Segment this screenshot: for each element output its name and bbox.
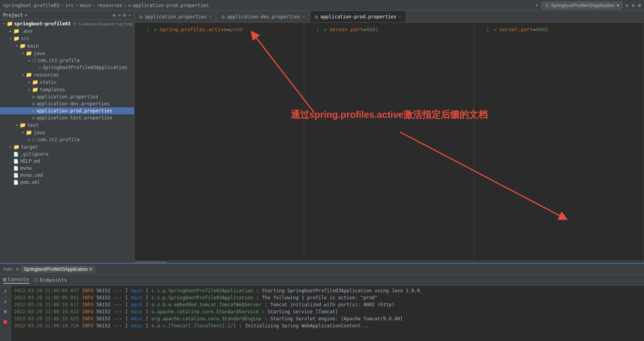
endpoints-tab[interactable]: ⬡ Endpoints	[34, 277, 67, 283]
log-colon: :	[239, 322, 242, 329]
minus-icon[interactable]: −	[128, 12, 131, 18]
run-app-tab[interactable]: SpringbootProfile03Application ×	[21, 266, 95, 273]
expand-arrow-icon[interactable]: ▸	[27, 87, 32, 92]
spring-class-icon: ☕	[38, 65, 41, 70]
tab-label: application-prod.properties	[320, 14, 396, 20]
expand-arrow-icon[interactable]: ▸	[8, 29, 13, 33]
sidebar-item-application-test.properties[interactable]: ⚙ application-test.properties	[0, 114, 134, 121]
sidebar-item-com.it2.profile-test[interactable]: ▸⬡com.it2.profile	[0, 136, 134, 143]
folder-icon: 📁	[26, 50, 32, 56]
close-run-icon[interactable]: ×	[89, 266, 92, 272]
spring-props-icon: ⚙	[32, 94, 35, 99]
breadcrumb: springboot-profile03 › src › main › reso…	[3, 3, 533, 8]
log-message: Tomcat initialized with port(s): 8082 (h…	[270, 301, 394, 308]
settings-icon[interactable]: ⚙	[638, 2, 641, 8]
log-timestamp: 2022-03-29 21:08:10.724	[14, 322, 79, 329]
sidebar-item-templates[interactable]: ▸📁templates	[0, 86, 134, 93]
collapse-arrow-icon[interactable]: ▾	[20, 130, 26, 135]
log-thread: main	[131, 322, 142, 329]
sidebar-item-com.it2.profile[interactable]: ▾⬡com.it2.profile	[0, 57, 134, 64]
tree-item-label: springboot-profile03 E:\ideaworkspace\sp…	[14, 21, 133, 27]
log-sep: ---	[114, 322, 122, 329]
title-bar: springboot-profile03 › src › main › reso…	[0, 0, 644, 11]
sidebar-item-HELP.md[interactable]: 📄HELP.md	[0, 158, 134, 165]
scroll-down-btn[interactable]: ↓	[2, 297, 9, 305]
tree-item-label: main	[27, 43, 39, 49]
navigate-back-icon[interactable]: ↶	[536, 2, 539, 8]
log-sep: ---	[114, 308, 122, 315]
sidebar-item-SpringbootProfile03Application[interactable]: ☕SpringbootProfile03Application	[0, 64, 134, 71]
code-content-dev: 1 ✓ server.port=8081	[304, 23, 474, 261]
sidebar-item-springboot-profile03[interactable]: ▾📁springboot-profile03 E:\ideaworkspace\…	[0, 20, 134, 27]
sidebar-item-target[interactable]: ▸📁target	[0, 143, 134, 151]
sidebar-item-.gitignore[interactable]: 📄.gitignore	[0, 151, 134, 158]
run-config-button[interactable]: ⚙ SpringbootProfile03Application ▾	[541, 2, 622, 9]
scrollbar-area	[135, 261, 304, 263]
run-config-label: SpringbootProfile03Application	[551, 3, 615, 8]
sidebar-tree: ▾📁springboot-profile03 E:\ideaworkspace\…	[0, 20, 134, 186]
tab-application-dev-properties[interactable]: ⚙ application-dev.properties ×	[216, 11, 310, 22]
console-log-line: 2022-03-29 21:08:09.841INFO56152---[main…	[14, 294, 641, 301]
code-content-application: 1 ✓ spring.profiles.active=prod	[135, 23, 304, 261]
sidebar-item-java[interactable]: ▾📁java	[0, 50, 134, 57]
collapse-icon[interactable]: ⇔	[118, 12, 121, 18]
file-icon: 📄	[13, 152, 19, 157]
check-icon: ✓	[494, 26, 497, 34]
locate-icon[interactable]: ⊕	[113, 12, 115, 18]
collapse-arrow-icon[interactable]: ▾	[27, 59, 32, 63]
sidebar-item-main[interactable]: ▾📁main	[0, 42, 134, 50]
sidebar-item-java-test[interactable]: ▾📁java	[0, 129, 134, 136]
log-level: INFO	[82, 322, 93, 329]
collapse-arrow-icon[interactable]: ▾	[2, 21, 7, 26]
sidebar-item-application.properties[interactable]: ⚙ application.properties	[0, 93, 134, 100]
build-icon[interactable]: ⚒	[632, 2, 635, 8]
log-thread: main	[131, 301, 142, 308]
log-thread: main	[131, 315, 142, 322]
tab-close-icon[interactable]: ×	[399, 14, 401, 19]
sidebar-item-mvn[interactable]: ▸📁.mvn	[0, 27, 134, 35]
tree-item-label: resources	[34, 72, 59, 78]
refresh-icon[interactable]: ↻	[626, 2, 629, 8]
clear-btn[interactable]: ≡	[2, 307, 9, 315]
tab-close-icon[interactable]: ×	[209, 14, 211, 19]
tree-item-label: com.it2.profile	[37, 58, 80, 63]
sidebar-item-application-prod.properties[interactable]: ⚙ application-prod.properties	[0, 107, 134, 114]
collapse-arrow-icon[interactable]: ▾	[14, 44, 20, 48]
line-number: 1	[307, 26, 319, 34]
expand-arrow-icon[interactable]: ▸	[8, 145, 13, 149]
tab-close-icon[interactable]: ×	[303, 14, 305, 19]
log-colon: :	[256, 294, 259, 301]
scroll-up-btn[interactable]: ↑	[2, 287, 9, 295]
spring-icon: ⚙	[545, 3, 549, 8]
stop-btn[interactable]: ■	[2, 318, 9, 325]
collapse-arrow-icon[interactable]: ▾	[20, 73, 26, 77]
sidebar-item-static[interactable]: ▸📁static	[0, 78, 134, 86]
sidebar-item-resources[interactable]: ▾📁resources	[0, 71, 134, 78]
spring-props-icon: ⚙	[32, 115, 35, 121]
tab-application-prod-properties[interactable]: ⚙ application-prod.properties ×	[310, 11, 406, 22]
collapse-arrow-icon[interactable]: ▾	[20, 51, 26, 55]
log-bracket2: ]	[145, 308, 148, 315]
line-number: 1	[138, 26, 149, 34]
collapse-arrow-icon[interactable]: ▾	[8, 36, 13, 41]
collapse-arrow-icon[interactable]: ▾	[14, 123, 20, 127]
dropdown-icon: ▾	[617, 3, 619, 8]
sidebar-item-src[interactable]: ▾📁src	[0, 35, 134, 42]
sidebar-item-mvnw.cmd[interactable]: 📄mvnw.cmd	[0, 172, 134, 179]
code-panel-dev: 1 ✓ server.port=8081	[304, 23, 474, 263]
tab-application-properties[interactable]: ⚙ application.properties ×	[135, 11, 216, 22]
gear-icon[interactable]: ⚙	[123, 12, 126, 18]
tabs-bar: ⚙ application.properties × ⚙ application…	[135, 11, 644, 23]
breadcrumb-file: application-prod.properties	[133, 3, 209, 8]
expand-arrow-icon[interactable]: ▸	[27, 138, 32, 142]
console-tab[interactable]: ▤ Console	[3, 276, 29, 284]
folder-icon: 📁	[32, 79, 38, 85]
sidebar-item-application-dev.properties[interactable]: ⚙ application-dev.properties	[0, 100, 134, 107]
expand-arrow-icon[interactable]: ▸	[27, 80, 32, 84]
sidebar-item-mvnw[interactable]: 📄mvnw	[0, 165, 134, 172]
log-logger: org.apache.catalina.core.StandardEngine	[151, 315, 261, 322]
sidebar-item-test[interactable]: ▾📁test	[0, 121, 134, 129]
spring-icon: ⚙	[315, 14, 318, 20]
log-pid: 56152	[96, 301, 110, 308]
sidebar-item-pom.xml[interactable]: 📄pom.xml	[0, 179, 134, 186]
